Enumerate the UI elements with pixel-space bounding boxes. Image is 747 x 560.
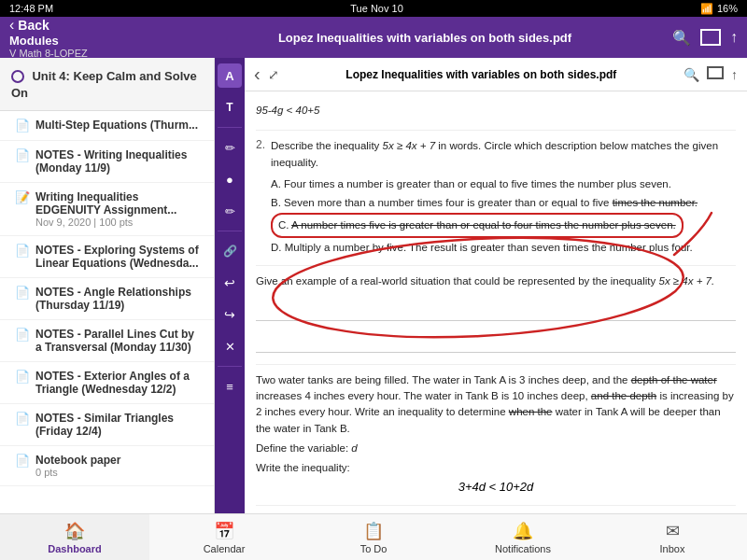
todo-icon: 📋 [363, 521, 384, 541]
doc-icon: 📄 [15, 244, 30, 258]
pdf-expand-button[interactable]: ⤢ [268, 67, 279, 82]
nav-inbox-label: Inbox [660, 543, 685, 554]
assignment-icon: 📝 [15, 190, 30, 204]
pdf-content[interactable]: 95-4g < 40+5 2. Describe the inequality … [245, 91, 747, 513]
pdf-back-button[interactable]: ‹ [254, 63, 261, 85]
pdf-thumbnail-button[interactable] [707, 64, 724, 84]
pdf-nav-bar: ‹ ⤢ Lopez Inequalities with variables on… [245, 58, 747, 91]
pdf-tool-pen[interactable]: ✏ [218, 135, 242, 160]
pdf-tool-text[interactable]: A [218, 63, 242, 88]
sidebar-item-title: NOTES - Writing Inequalities (Monday 11/… [35, 148, 203, 175]
nav-notifications[interactable]: 🔔 Notifications [448, 514, 598, 560]
pdf-tool-close[interactable]: ✕ [218, 334, 242, 358]
battery-icon: 16% [717, 3, 738, 14]
sidebar-item-parallel[interactable]: 📄 NOTES - Parallel Lines Cut by a Transv… [0, 320, 214, 362]
sidebar-item-title: Multi-Step Equations (Thurm... [35, 119, 198, 132]
divider3 [218, 366, 242, 367]
back-label[interactable]: Back [18, 18, 49, 33]
sidebar-item-title: NOTES - Parallel Lines Cut by a Transver… [35, 328, 203, 354]
q4-block: Two water tanks are being filled. The wa… [256, 369, 736, 507]
pdf-tool-highlight[interactable]: ● [218, 167, 242, 191]
choice-d-text: D. Multiply a number by five. The result… [271, 242, 693, 253]
sidebar-item-notebook[interactable]: 📄 Notebook paper 0 pts [0, 446, 214, 486]
q2-number: 2. [256, 138, 265, 255]
divider2 [218, 231, 242, 231]
sidebar-item-multistep[interactable]: 📄 Multi-Step Equations (Thurm... [0, 111, 214, 141]
calendar-icon: 📅 [214, 521, 234, 541]
sidebar-item-title: NOTES - Exterior Angles of a Triangle (W… [35, 370, 203, 396]
header-doc-title: Lopez Inequalities with variables on bot… [177, 31, 672, 45]
doc-icon: 📄 [15, 454, 30, 468]
sidebar-item-title: NOTES - Exploring Systems of Linear Equa… [35, 244, 203, 270]
sidebar-item-writing-ineq[interactable]: 📄 NOTES - Writing Inequalities (Monday 1… [0, 141, 214, 183]
sidebar-item-title: Notebook paper [35, 454, 120, 467]
q5-block: At the beginning of the year, Ethan has … [256, 510, 736, 513]
modules-label: Modules [9, 34, 177, 48]
pdf-tool-menu[interactable]: ≡ [218, 374, 242, 399]
q3-block: Give an example of a real-world situatio… [256, 270, 736, 365]
q1-expr: 95-4g < 40+5 [256, 103, 736, 119]
pdf-tool-undo[interactable]: ↩ [218, 271, 242, 295]
doc-icon: 📄 [15, 148, 30, 162]
status-bar: 12:48 PM Tue Nov 10 📶 16% [0, 0, 747, 17]
share-icon[interactable]: ↑ [730, 29, 738, 46]
pdf-area: ‹ ⤢ Lopez Inequalities with variables on… [245, 58, 747, 513]
nav-notifications-label: Notifications [495, 543, 551, 554]
nav-todo[interactable]: 📋 To Do [299, 514, 448, 560]
q4-write-label: Write the inequality: [256, 460, 736, 476]
bottom-nav: 🏠 Dashboard 📅 Calendar 📋 To Do 🔔 Notific… [0, 513, 747, 560]
q3-text: Give an example of a real-world situatio… [256, 273, 736, 289]
sidebar-item-meta: 0 pts [35, 467, 120, 478]
pdf-search-button[interactable]: 🔍 [684, 67, 699, 82]
pdf-tool-redo[interactable]: ↪ [218, 302, 242, 327]
status-day: Tue Nov 10 [350, 3, 402, 14]
unit-title: Unit 4: Keep Calm and Solve On [11, 69, 197, 100]
pdf-share-button[interactable]: ↑ [731, 67, 738, 82]
choice-d: D. Multiply a number by five. The result… [271, 238, 736, 258]
choice-c: C. A number times five is greater than o… [271, 213, 736, 238]
header-subtitle: V Math 8-LOPEZ [9, 48, 177, 59]
main-layout: Unit 4: Keep Calm and Solve On 📄 Multi-S… [0, 58, 747, 513]
search-icon[interactable]: 🔍 [672, 29, 691, 47]
q1-expr-text: 95-4g < 40+5 [256, 105, 319, 116]
dashboard-icon: 🏠 [64, 521, 85, 541]
sidebar-item-exterior[interactable]: 📄 NOTES - Exterior Angles of a Triangle … [0, 362, 214, 404]
sidebar-item-title: NOTES - Similar Triangles (Friday 12/4) [35, 412, 203, 438]
unit-icon [11, 70, 24, 83]
q4-define: Define the variable: d [256, 441, 736, 456]
doc-icon: 📄 [15, 286, 30, 300]
nav-dashboard-label: Dashboard [48, 543, 101, 554]
sidebar-item-similar[interactable]: 📄 NOTES - Similar Triangles (Friday 12/4… [0, 404, 214, 446]
back-chevron-icon: ‹ [9, 17, 14, 34]
sidebar-item-title: Writing Inequalities EDGENUITY Assignmen… [35, 190, 203, 217]
back-button[interactable]: ‹ Back [9, 17, 177, 34]
pdf-tool-draw[interactable]: ✏ [218, 199, 242, 223]
sidebar-item-edgenuity[interactable]: 📝 Writing Inequalities EDGENUITY Assignm… [0, 183, 214, 236]
notifications-icon: 🔔 [513, 521, 533, 541]
nav-todo-label: To Do [360, 543, 388, 554]
sidebar-item-systems[interactable]: 📄 NOTES - Exploring Systems of Linear Eq… [0, 236, 214, 278]
sidebar-item-angle[interactable]: 📄 NOTES - Angle Relationships (Thursday … [0, 278, 214, 320]
sidebar-item-title: NOTES - Angle Relationships (Thursday 11… [35, 286, 203, 312]
doc-icon: 📄 [15, 328, 30, 342]
pdf-doc-title-bar: Lopez Inequalities with variables on bot… [287, 68, 676, 81]
q1-block: 95-4g < 40+5 [256, 99, 736, 131]
wifi-icon: 📶 [700, 3, 713, 15]
nav-inbox[interactable]: ✉ Inbox [598, 514, 747, 560]
doc-icon: 📄 [15, 370, 30, 384]
doc-icon: 📄 [15, 119, 30, 133]
status-time: 12:48 PM [9, 3, 53, 14]
q4-inequality: 3+4d < 10+2d [256, 480, 736, 494]
nav-calendar-label: Calendar [204, 543, 246, 554]
sidebar-item-meta: Nov 9, 2020 | 100 pts [35, 217, 203, 228]
pdf-toolbar: A T ✏ ● ✏ 🔗 ↩ ↪ ✕ ≡ [215, 58, 245, 513]
pdf-tool-link[interactable]: 🔗 [218, 239, 242, 263]
pdf-tool-text2[interactable]: T [218, 95, 242, 119]
view-icon[interactable] [700, 29, 721, 46]
nav-calendar[interactable]: 📅 Calendar [149, 514, 299, 560]
choice-a-text: A. Four times a number is greater than o… [271, 178, 671, 189]
app-header: ‹ Back Modules V Math 8-LOPEZ Lopez Ineq… [0, 17, 747, 58]
doc-icon: 📄 [15, 412, 30, 426]
divider [218, 127, 242, 128]
nav-dashboard[interactable]: 🏠 Dashboard [0, 514, 149, 560]
